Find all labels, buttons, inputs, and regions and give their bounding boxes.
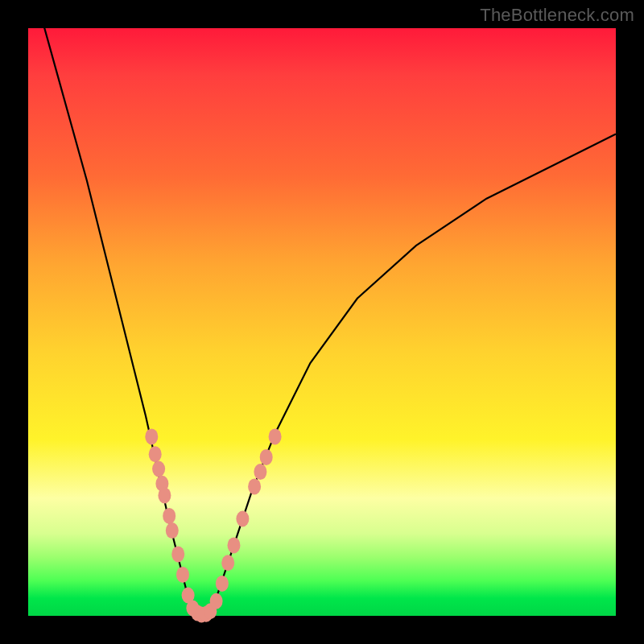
chart-svg <box>28 28 616 616</box>
curve-marker <box>254 464 266 480</box>
markers-group <box>145 428 281 622</box>
curve-marker <box>171 546 184 562</box>
curve-marker <box>149 446 162 462</box>
curve-marker <box>158 487 171 503</box>
bottleneck-curve <box>28 0 616 616</box>
curve-marker <box>269 428 282 444</box>
curve-marker <box>176 567 189 583</box>
curve-marker <box>228 537 241 553</box>
watermark-text: TheBottleneck.com <box>480 5 634 26</box>
curve-marker <box>221 555 234 571</box>
curve-marker <box>236 511 249 527</box>
curve-marker <box>260 449 273 465</box>
curve-marker <box>152 461 165 477</box>
outer-frame: TheBottleneck.com <box>0 0 644 644</box>
curve-marker <box>163 508 175 524</box>
curve-marker <box>248 478 261 494</box>
plot-area <box>28 28 616 616</box>
curve-marker <box>210 593 223 609</box>
curve-marker <box>145 428 158 444</box>
curve-marker <box>216 576 229 592</box>
curve-marker <box>166 522 179 539</box>
